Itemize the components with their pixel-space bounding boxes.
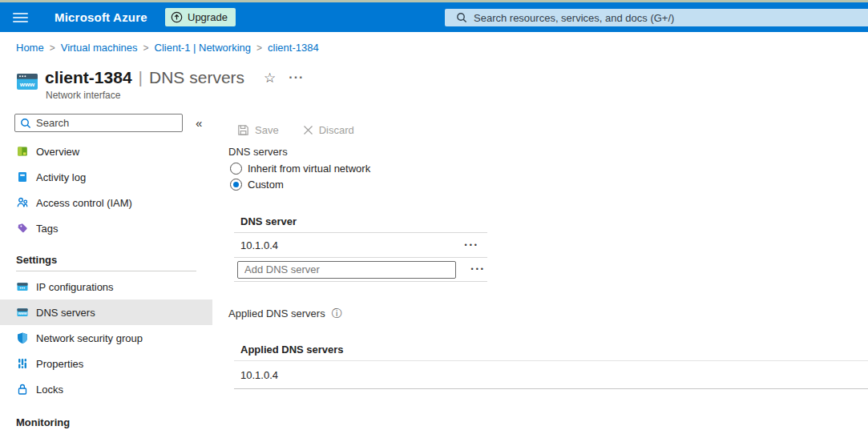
discard-x-icon (303, 125, 313, 135)
properties-icon (16, 357, 29, 370)
dns-server-row: 10.1.0.4 ••• (234, 233, 487, 258)
global-search-input[interactable] (474, 12, 868, 24)
breadcrumb-virtual-machines[interactable]: Virtual machines (61, 42, 138, 54)
search-icon (456, 12, 467, 23)
hamburger-menu-button[interactable] (13, 10, 32, 26)
access-control-icon (16, 196, 29, 209)
upgrade-button[interactable]: Upgrade (165, 8, 236, 26)
dns-server-value: 10.1.0.4 (240, 239, 278, 251)
sidebar-search-icon (20, 118, 31, 129)
sidebar-item-network-security-group[interactable]: Network security group (0, 325, 212, 351)
breadcrumb: Home>Virtual machines>Client-1 | Network… (16, 42, 319, 54)
upgrade-label: Upgrade (188, 11, 228, 23)
network-security-group-icon (16, 332, 29, 344)
blade-name: DNS servers (149, 68, 244, 87)
hamburger-icon (13, 13, 28, 15)
network-interface-icon: www (16, 70, 38, 95)
applied-dns-server-value: 10.1.0.4 (240, 369, 278, 381)
sidebar-item-access-control[interactable]: Access control (IAM) (0, 190, 212, 215)
add-dns-server-row: ••• (234, 258, 487, 282)
sidebar-item-tags[interactable]: Tags (0, 215, 212, 241)
tags-icon (16, 222, 29, 235)
azure-brand-link[interactable]: Microsoft Azure (55, 2, 147, 32)
row-ellipsis-button[interactable]: ••• (470, 264, 487, 275)
dns-servers-icon: www (16, 306, 29, 319)
breadcrumb-separator: > (50, 42, 55, 54)
sidebar-item-locks[interactable]: Locks (0, 376, 212, 402)
applied-dns-servers-column-header: Applied DNS servers (234, 335, 868, 361)
sidebar-search-input[interactable] (14, 114, 183, 132)
breadcrumb-separator: > (143, 42, 149, 54)
upgrade-arrow-icon (171, 11, 183, 23)
top-bar: Microsoft Azure Upgrade (0, 2, 868, 32)
applied-dns-servers-label: Applied DNS servers (228, 307, 325, 319)
sidebar-item-activity-log[interactable]: Activity log (0, 164, 212, 190)
breadcrumb-client-1384[interactable]: client-1384 (268, 42, 319, 54)
locks-icon (16, 383, 29, 396)
radio-inherit-from-virtual-network[interactable]: Inherit from virtual network (230, 162, 868, 175)
collapse-sidebar-button[interactable]: « (196, 117, 202, 129)
radio-custom[interactable]: Custom (230, 178, 868, 191)
radio-selected-icon (230, 179, 242, 191)
dns-server-column-header: DNS server (234, 207, 487, 233)
dns-servers-blade: Save Discard DNS servers Inherit from vi… (228, 112, 868, 434)
radio-unselected-icon (230, 163, 242, 175)
applied-dns-servers-table: Applied DNS servers 10.1.0.4 (234, 335, 868, 389)
title-separator: | (139, 68, 143, 87)
save-button[interactable]: Save (237, 124, 279, 136)
global-search (445, 9, 868, 26)
add-dns-server-input[interactable] (237, 261, 456, 279)
svg-text:www: www (17, 311, 26, 315)
more-options-button[interactable]: ··· (289, 71, 304, 84)
activity-log-icon (16, 171, 29, 183)
favorite-star-button[interactable]: ☆ (262, 71, 277, 85)
sidebar-item-properties[interactable]: Properties (0, 351, 212, 376)
ip-configurations-icon (16, 280, 29, 293)
resource-type-subtitle: Network interface (46, 90, 120, 101)
sidebar-item-dns-servers[interactable]: www DNS servers (0, 299, 212, 325)
breadcrumb-separator: > (256, 42, 262, 54)
dns-servers-group-label: DNS servers (228, 146, 868, 158)
page-title: client-1384 | DNS servers ☆ ··· (45, 66, 304, 89)
sidebar-item-ip-configurations[interactable]: IP configurations (0, 274, 212, 299)
sidebar-item-overview[interactable]: Overview (0, 139, 212, 164)
monitoring-section-header: Monitoring (16, 416, 212, 428)
breadcrumb-client1-networking[interactable]: Client-1 | Networking (155, 42, 251, 54)
dns-server-table: DNS server 10.1.0.4 ••• ••• (234, 207, 487, 282)
settings-divider (16, 271, 196, 271)
applied-dns-server-row: 10.1.0.4 (234, 361, 868, 389)
info-icon[interactable]: ⓘ (332, 308, 342, 319)
svg-text:www: www (19, 81, 35, 88)
resource-name: client-1384 (45, 68, 132, 87)
row-ellipsis-button[interactable]: ••• (463, 240, 481, 251)
command-bar: Save Discard (228, 119, 868, 141)
discard-button[interactable]: Discard (303, 124, 354, 136)
overview-icon (16, 145, 29, 158)
settings-section-header: Settings (16, 254, 212, 266)
sidebar: « Overview Activity log (0, 108, 212, 434)
save-icon (237, 124, 249, 136)
breadcrumb-home[interactable]: Home (16, 42, 44, 54)
